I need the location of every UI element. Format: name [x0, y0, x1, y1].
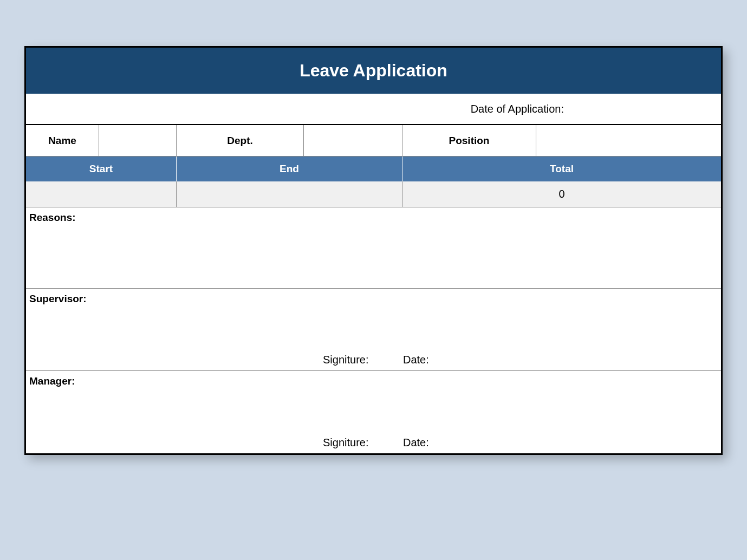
period-header-row: Start End Total — [26, 157, 721, 181]
manager-date-label: Date: — [403, 437, 457, 449]
supervisor-date-label: Date: — [403, 354, 457, 366]
manager-signature-line: Signiture: Date: — [26, 437, 721, 449]
form-title: Leave Application — [26, 48, 721, 94]
supervisor-signature-label: Signiture: — [323, 354, 403, 366]
dept-field[interactable] — [304, 125, 402, 156]
position-label: Position — [402, 125, 536, 156]
supervisor-section: Supervisor: Signiture: Date: — [26, 289, 721, 371]
manager-signature-label: Signiture: — [323, 437, 403, 449]
dept-label: Dept. — [177, 125, 304, 156]
applicant-info-row: Name Dept. Position — [26, 125, 721, 157]
period-data-row: 0 — [26, 181, 721, 207]
start-header: Start — [26, 157, 177, 181]
application-date-row: Date of Application: — [26, 94, 721, 125]
total-header: Total — [402, 157, 721, 181]
manager-label: Manager: — [29, 375, 718, 387]
position-field[interactable] — [536, 125, 721, 156]
reasons-section[interactable]: Reasons: — [26, 207, 721, 289]
supervisor-signature-line: Signiture: Date: — [26, 354, 721, 366]
total-value: 0 — [402, 181, 721, 207]
name-field[interactable] — [99, 125, 177, 156]
leave-application-form: Leave Application Date of Application: N… — [24, 46, 723, 455]
name-label: Name — [26, 125, 99, 156]
reasons-label: Reasons: — [29, 212, 718, 224]
start-field[interactable] — [26, 181, 177, 207]
supervisor-label: Supervisor: — [29, 293, 718, 305]
end-header: End — [177, 157, 402, 181]
application-date-label: Date of Application: — [26, 103, 721, 115]
manager-section: Manager: Signiture: Date: — [26, 371, 721, 453]
end-field[interactable] — [177, 181, 402, 207]
